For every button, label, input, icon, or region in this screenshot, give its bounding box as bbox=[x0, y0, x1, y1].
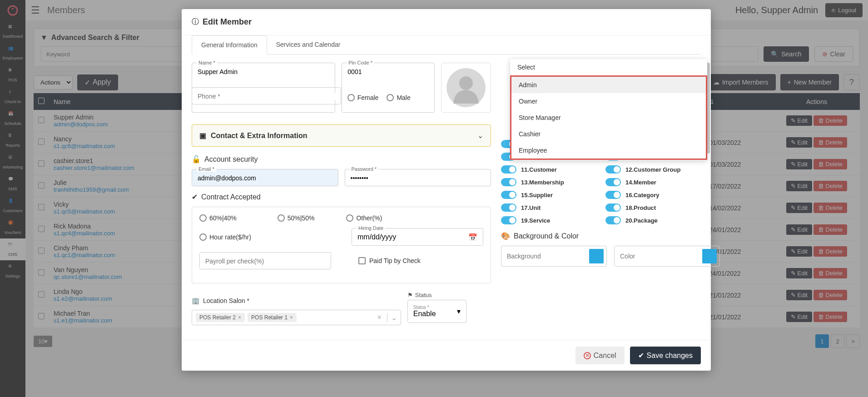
cancel-button[interactable]: ✕Cancel bbox=[575, 347, 625, 364]
permission-toggle[interactable]: 16.Category bbox=[605, 191, 701, 199]
paid-tip-checkbox[interactable]: Paid Tip by Check bbox=[358, 257, 421, 264]
modal-title: Edit Member bbox=[203, 17, 252, 27]
dropdown-option-select[interactable]: Select bbox=[510, 59, 707, 75]
tab-general[interactable]: General Information bbox=[192, 35, 267, 55]
dropdown-option-store-manager[interactable]: Store Manager bbox=[511, 109, 706, 126]
contract-other[interactable]: Other(%) bbox=[346, 214, 382, 222]
dropdown-arrow-icon: ▾ bbox=[457, 307, 461, 316]
location-tag[interactable]: POS Retailer 2× bbox=[196, 313, 245, 322]
remove-tag-icon[interactable]: × bbox=[290, 314, 293, 321]
remove-tag-icon[interactable]: × bbox=[238, 314, 241, 321]
dropdown-option-admin[interactable]: Admin bbox=[511, 77, 706, 93]
toggle-icon[interactable] bbox=[605, 216, 621, 224]
clear-all-icon[interactable]: × bbox=[377, 313, 384, 322]
toggle-icon[interactable] bbox=[501, 203, 516, 212]
dropdown-option-cashier[interactable]: Cashier bbox=[511, 126, 706, 142]
phone-field[interactable] bbox=[192, 87, 341, 104]
avatar[interactable] bbox=[441, 63, 491, 113]
toggle-icon[interactable] bbox=[501, 191, 516, 199]
save-check-icon: ✔ bbox=[638, 351, 644, 360]
flag-icon: ⚑ bbox=[407, 292, 413, 298]
permission-toggle[interactable]: 13.Membership bbox=[501, 178, 596, 186]
calendar-icon[interactable]: 📅 bbox=[468, 233, 477, 242]
contact-section-toggle[interactable]: ▣Contact & Extra Information ⌄ bbox=[192, 124, 491, 147]
hiring-date-field[interactable]: Hiring Date mm/dd/yyyy📅 bbox=[352, 228, 483, 246]
payroll-field[interactable] bbox=[199, 252, 331, 269]
permission-dropdown: Select Admin Owner Store Manager Cashier… bbox=[510, 59, 707, 160]
contract-hourly[interactable]: Hour rate($/hr) bbox=[199, 233, 251, 241]
account-security-heading: 🔓Account security bbox=[192, 155, 491, 164]
pin-field[interactable]: Pin Code * bbox=[342, 63, 435, 113]
toggle-icon[interactable] bbox=[605, 178, 621, 186]
name-input[interactable] bbox=[198, 68, 329, 75]
status-heading: ⚑Status bbox=[407, 292, 491, 298]
save-button[interactable]: ✔Save changes bbox=[630, 347, 701, 364]
permission-toggle[interactable]: 17.Unit bbox=[501, 203, 596, 212]
dropdown-option-employee[interactable]: Employee bbox=[511, 142, 706, 159]
permission-toggle[interactable]: 19.Service bbox=[501, 216, 596, 224]
toggle-icon[interactable] bbox=[605, 165, 621, 174]
chevron-down-icon[interactable]: ⌄ bbox=[387, 313, 397, 322]
contract-60-40[interactable]: 60%|40% bbox=[199, 214, 237, 222]
permission-toggle[interactable]: 11.Customer bbox=[501, 165, 596, 174]
bg-color-heading: 🎨Background & Color bbox=[501, 232, 701, 240]
contract-heading: ✔Contract Accepted bbox=[192, 193, 491, 201]
contact-icon: ▣ bbox=[199, 131, 206, 140]
modal-header: ⓘ Edit Member bbox=[182, 9, 711, 35]
toggle-icon[interactable] bbox=[501, 216, 516, 224]
unlock-icon: 🔓 bbox=[192, 155, 201, 164]
location-label: 🏢Location Salon * bbox=[192, 297, 401, 304]
permission-toggle[interactable]: 20.Package bbox=[605, 216, 701, 224]
background-color-field[interactable] bbox=[501, 246, 607, 267]
check-circle-icon: ✔ bbox=[192, 193, 198, 201]
password-field[interactable]: Password * bbox=[345, 169, 491, 186]
location-tag[interactable]: POS Retailer 1× bbox=[248, 313, 297, 322]
toggle-icon[interactable] bbox=[605, 203, 621, 212]
bg-swatch[interactable] bbox=[589, 249, 604, 263]
permission-toggle[interactable]: 15.Supplier bbox=[501, 191, 596, 199]
toggle-icon[interactable] bbox=[501, 178, 516, 186]
avatar-placeholder-icon bbox=[446, 68, 486, 107]
palette-icon: 🎨 bbox=[501, 232, 510, 240]
chevron-down-icon: ⌄ bbox=[477, 131, 483, 140]
password-input[interactable] bbox=[351, 174, 486, 182]
contract-50-50[interactable]: 50%|50% bbox=[278, 214, 315, 222]
pin-input[interactable] bbox=[347, 68, 429, 75]
modal-tabs: General Information Services and Calenda… bbox=[192, 35, 701, 55]
edit-member-modal: ⓘ Edit Member General Information Servic… bbox=[182, 9, 711, 371]
background-input[interactable] bbox=[504, 253, 589, 260]
tab-services[interactable]: Services and Calendar bbox=[267, 35, 350, 54]
color-input[interactable] bbox=[617, 253, 702, 260]
toggle-icon[interactable] bbox=[605, 191, 621, 199]
permission-toggle[interactable]: 14.Member bbox=[605, 178, 701, 186]
email-input[interactable] bbox=[198, 174, 332, 182]
info-icon: ⓘ bbox=[192, 17, 199, 27]
text-color-field[interactable] bbox=[614, 246, 720, 267]
permission-toggle[interactable]: 12.Customer Group bbox=[605, 165, 701, 174]
modal-footer: ✕Cancel ✔Save changes bbox=[182, 340, 711, 371]
payroll-input[interactable] bbox=[205, 258, 325, 265]
permission-toggle[interactable]: 18.Product bbox=[605, 203, 701, 212]
dropdown-option-owner[interactable]: Owner bbox=[511, 93, 706, 109]
cancel-icon: ✕ bbox=[584, 352, 591, 359]
status-select[interactable]: Status * Enable ▾ bbox=[407, 300, 466, 323]
building-icon: 🏢 bbox=[192, 297, 199, 304]
toggle-icon[interactable] bbox=[501, 165, 516, 174]
location-select[interactable]: POS Retailer 2× POS Retailer 1× × ⌄ bbox=[192, 310, 401, 325]
email-field[interactable]: Email * bbox=[192, 169, 338, 186]
phone-input[interactable] bbox=[198, 93, 335, 100]
